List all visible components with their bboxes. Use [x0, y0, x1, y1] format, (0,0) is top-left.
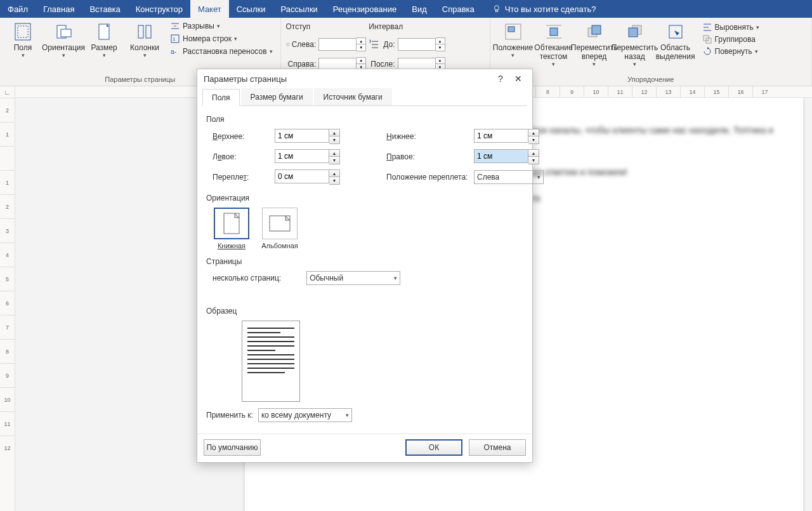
tab-insert[interactable]: Вставка — [82, 0, 128, 18]
selection-pane-button[interactable]: Область выделения — [657, 19, 695, 74]
tab-home[interactable]: Главная — [36, 0, 82, 18]
margin-top-label: Верхнее: — [213, 132, 270, 141]
tellme[interactable]: Что вы хотите сделать? — [482, 4, 596, 14]
multi-pages-select[interactable]: Обычный▾ — [306, 271, 400, 285]
dialog-tab-margins[interactable]: Поля — [202, 89, 240, 106]
svg-rect-18 — [629, 28, 638, 37]
svg-text:a-: a- — [171, 48, 176, 55]
bring-forward-icon — [584, 22, 605, 42]
spacing-before-icon — [369, 38, 381, 51]
svg-text:1: 1 — [173, 36, 176, 42]
svg-rect-8 — [146, 25, 151, 38]
position-icon — [503, 22, 523, 42]
tab-references[interactable]: Ссылки — [229, 0, 273, 18]
rotate-icon — [702, 46, 712, 56]
lightbulb-icon — [492, 4, 501, 13]
wrap-icon — [544, 22, 564, 42]
ruler-corner: ∟ — [0, 86, 15, 98]
vertical-ruler[interactable]: 2 1 1 2 3 4 5 6 7 8 9 10 11 12 — [0, 98, 15, 511]
hyphenation-icon: a- — [170, 46, 180, 56]
gutter-position-label: Положение переплета: — [386, 173, 469, 182]
apply-to-select[interactable]: ко всему документу▾ — [258, 408, 352, 422]
arrange-label: Упорядочение — [494, 74, 808, 86]
tab-layout[interactable]: Макет — [190, 0, 229, 18]
svg-rect-7 — [138, 25, 143, 38]
section-margins: Поля — [206, 115, 523, 124]
section-sample: Образец — [206, 307, 523, 315]
rotate-button[interactable]: Повернуть ▾ — [701, 46, 761, 57]
margin-left-input[interactable]: ▲▼ — [275, 149, 351, 164]
svg-rect-16 — [592, 25, 601, 34]
dialog-close-button[interactable]: ✕ — [509, 71, 527, 86]
tab-file[interactable]: Файл — [0, 0, 36, 18]
group-button[interactable]: Группирова — [701, 34, 761, 45]
section-orientation: Ориентация — [206, 194, 523, 202]
tellme-text: Что вы хотите сделать? — [505, 4, 596, 14]
landscape-icon — [269, 215, 291, 232]
orientation-portrait[interactable]: Книжная — [213, 208, 251, 249]
gutter-position-select[interactable]: Слева▾ — [474, 170, 544, 184]
columns-button[interactable]: Колонки▾ — [126, 19, 164, 74]
margin-right-input[interactable]: ▲▼ — [474, 149, 550, 164]
cancel-button[interactable]: Отмена — [469, 439, 526, 456]
align-button[interactable]: Выровнять ▾ — [701, 22, 761, 33]
indent-header: Отступ — [286, 22, 367, 32]
margin-left-label: Левое: — [213, 152, 270, 161]
indent-left-input[interactable]: ▲▼ — [318, 37, 366, 51]
size-button[interactable]: Размер▾ — [85, 19, 123, 74]
page-setup-dialog: Параметры страницы ? ✕ Поля Размер бумаг… — [197, 69, 533, 463]
menu-bar: Файл Главная Вставка Конструктор Макет С… — [0, 0, 812, 18]
dialog-tab-source[interactable]: Источник бумаги — [314, 88, 392, 105]
margin-bottom-input[interactable]: ▲▼ — [474, 129, 550, 144]
selection-pane-icon — [665, 22, 686, 42]
indent-left-icon — [286, 43, 290, 46]
align-icon — [702, 22, 712, 32]
svg-rect-5 — [61, 29, 71, 37]
margins-icon — [13, 22, 33, 42]
line-numbers-icon: 1 — [170, 34, 180, 44]
margins-button[interactable]: Поля▾ — [4, 19, 42, 74]
wrap-text-button[interactable]: Обтекание текстом▾ — [535, 19, 573, 74]
margin-top-input[interactable]: ▲▼ — [275, 129, 351, 144]
breaks-icon — [170, 21, 180, 31]
spacing-after-label: После: — [369, 60, 395, 69]
send-backward-icon — [625, 22, 645, 42]
portrait-icon — [223, 213, 240, 234]
ok-button[interactable]: ОК — [405, 439, 462, 456]
margin-bottom-label: Нижнее: — [386, 132, 469, 141]
position-button[interactable]: Положение▾ — [494, 19, 532, 74]
orientation-button[interactable]: Ориентация▾ — [44, 19, 82, 74]
line-numbers-button[interactable]: 1Номера строк ▾ — [167, 33, 275, 44]
dialog-tab-paper[interactable]: Размер бумаги — [241, 88, 313, 105]
breaks-button[interactable]: Разрывы ▾ — [167, 20, 275, 32]
svg-point-0 — [494, 6, 499, 10]
svg-rect-13 — [508, 27, 514, 32]
tab-mailings[interactable]: Рассылки — [273, 0, 325, 18]
set-default-button[interactable]: По умолчанию — [204, 439, 261, 456]
dialog-help-button[interactable]: ? — [492, 71, 509, 86]
page-preview — [242, 321, 300, 402]
spacing-before-label: До: — [369, 38, 395, 51]
gutter-label: Переплет: — [213, 173, 270, 182]
svg-rect-3 — [18, 26, 28, 37]
gutter-input[interactable]: ▲▼ — [275, 169, 351, 185]
tab-help[interactable]: Справка — [435, 0, 482, 18]
svg-rect-1 — [495, 10, 498, 12]
tab-design[interactable]: Конструктор — [128, 0, 190, 18]
send-backward-button[interactable]: Переместить назад▾ — [616, 19, 654, 74]
svg-rect-14 — [550, 28, 558, 36]
tab-review[interactable]: Рецензирование — [325, 0, 404, 18]
spacing-header: Интервал — [369, 22, 445, 32]
section-pages: Страницы — [206, 257, 523, 266]
spacing-before-input[interactable]: ▲▼ — [398, 37, 445, 51]
tab-view[interactable]: Вид — [404, 0, 435, 18]
orientation-icon — [53, 22, 74, 42]
size-icon — [94, 22, 114, 42]
orientation-landscape[interactable]: Альбомная — [261, 208, 299, 249]
group-icon — [702, 34, 712, 44]
indent-left-label: Слева: — [286, 40, 317, 49]
indent-right-label: Справа: — [286, 60, 317, 69]
apply-to-label: Применить к: — [206, 411, 253, 420]
bring-forward-button[interactable]: Переместить вперед▾ — [575, 19, 613, 74]
hyphenation-button[interactable]: a-Расстановка переносов ▾ — [167, 46, 275, 57]
